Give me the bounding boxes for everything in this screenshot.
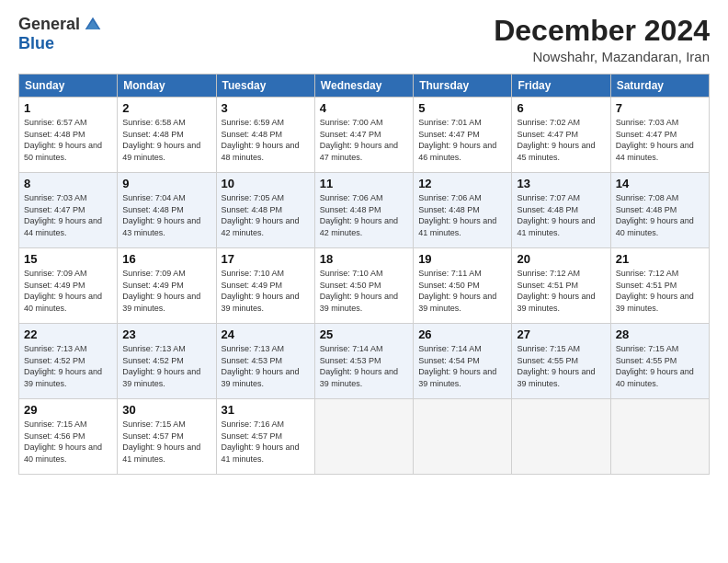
calendar-cell: 27Sunrise: 7:15 AMSunset: 4:55 PMDayligh… <box>512 324 610 399</box>
cell-info: Sunrise: 6:59 AMSunset: 4:48 PMDaylight:… <box>222 117 310 163</box>
calendar-cell: 21Sunrise: 7:12 AMSunset: 4:51 PMDayligh… <box>610 248 709 324</box>
calendar-cell: 9Sunrise: 7:04 AMSunset: 4:48 PMDaylight… <box>118 173 216 248</box>
calendar-cell: 7Sunrise: 7:03 AMSunset: 4:47 PMDaylight… <box>610 98 709 173</box>
day-number: 4 <box>320 101 408 115</box>
calendar-cell: 22Sunrise: 7:13 AMSunset: 4:52 PMDayligh… <box>19 324 118 399</box>
day-number: 15 <box>24 252 112 266</box>
calendar-cell: 6Sunrise: 7:02 AMSunset: 4:47 PMDaylight… <box>512 98 610 173</box>
day-number: 11 <box>320 177 408 190</box>
calendar-week-5: 29Sunrise: 7:15 AMSunset: 4:56 PMDayligh… <box>19 399 710 475</box>
cell-info: Sunrise: 7:10 AMSunset: 4:50 PMDaylight:… <box>320 268 408 314</box>
calendar-cell: 30Sunrise: 7:15 AMSunset: 4:57 PMDayligh… <box>118 399 216 475</box>
day-number: 8 <box>24 177 112 190</box>
cell-info: Sunrise: 7:13 AMSunset: 4:53 PMDaylight:… <box>222 343 310 389</box>
cell-info: Sunrise: 7:13 AMSunset: 4:52 PMDaylight:… <box>24 343 112 389</box>
day-number: 16 <box>122 252 210 266</box>
cell-info: Sunrise: 7:01 AMSunset: 4:47 PMDaylight:… <box>418 117 506 163</box>
cell-info: Sunrise: 6:57 AMSunset: 4:48 PMDaylight:… <box>24 117 112 163</box>
calendar-cell <box>314 399 413 475</box>
cell-info: Sunrise: 7:12 AMSunset: 4:51 PMDaylight:… <box>616 268 704 314</box>
day-number: 17 <box>222 252 310 266</box>
cell-info: Sunrise: 7:14 AMSunset: 4:54 PMDaylight:… <box>418 343 506 389</box>
cell-info: Sunrise: 7:05 AMSunset: 4:48 PMDaylight:… <box>222 192 310 238</box>
logo-icon <box>84 16 102 34</box>
page: General Blue December 2024 Nowshahr, Maz… <box>0 0 728 563</box>
cell-info: Sunrise: 7:15 AMSunset: 4:55 PMDaylight:… <box>517 343 605 389</box>
cell-info: Sunrise: 7:09 AMSunset: 4:49 PMDaylight:… <box>122 268 210 314</box>
calendar-cell: 24Sunrise: 7:13 AMSunset: 4:53 PMDayligh… <box>216 324 314 399</box>
calendar-cell: 19Sunrise: 7:11 AMSunset: 4:50 PMDayligh… <box>414 248 512 324</box>
calendar-cell: 4Sunrise: 7:00 AMSunset: 4:47 PMDaylight… <box>314 98 413 173</box>
day-number: 27 <box>517 327 605 341</box>
day-number: 24 <box>222 327 310 341</box>
weekday-header-saturday: Saturday <box>610 75 709 98</box>
calendar-cell: 23Sunrise: 7:13 AMSunset: 4:52 PMDayligh… <box>118 324 216 399</box>
calendar-cell: 20Sunrise: 7:12 AMSunset: 4:51 PMDayligh… <box>512 248 610 324</box>
calendar-cell: 16Sunrise: 7:09 AMSunset: 4:49 PMDayligh… <box>118 248 216 324</box>
day-number: 3 <box>222 101 310 115</box>
weekday-header-monday: Monday <box>118 75 216 98</box>
calendar-cell: 1Sunrise: 6:57 AMSunset: 4:48 PMDaylight… <box>19 98 118 173</box>
cell-info: Sunrise: 7:15 AMSunset: 4:56 PMDaylight:… <box>24 419 112 465</box>
cell-info: Sunrise: 7:04 AMSunset: 4:48 PMDaylight:… <box>122 192 210 238</box>
cell-info: Sunrise: 7:10 AMSunset: 4:49 PMDaylight:… <box>222 268 310 314</box>
calendar-cell: 3Sunrise: 6:59 AMSunset: 4:48 PMDaylight… <box>216 98 314 173</box>
logo-blue: Blue <box>18 34 54 53</box>
weekday-header-tuesday: Tuesday <box>216 75 314 98</box>
cell-info: Sunrise: 7:07 AMSunset: 4:48 PMDaylight:… <box>517 192 605 238</box>
cell-info: Sunrise: 7:09 AMSunset: 4:49 PMDaylight:… <box>24 268 112 314</box>
logo-general: General <box>18 15 80 34</box>
weekday-header-thursday: Thursday <box>414 75 512 98</box>
day-number: 13 <box>517 177 605 190</box>
day-number: 9 <box>122 177 210 190</box>
day-number: 26 <box>418 327 506 341</box>
day-number: 12 <box>418 177 506 190</box>
calendar-cell <box>512 399 610 475</box>
cell-info: Sunrise: 6:58 AMSunset: 4:48 PMDaylight:… <box>122 117 210 163</box>
calendar-cell: 11Sunrise: 7:06 AMSunset: 4:48 PMDayligh… <box>314 173 413 248</box>
cell-info: Sunrise: 7:16 AMSunset: 4:57 PMDaylight:… <box>222 419 310 465</box>
cell-info: Sunrise: 7:14 AMSunset: 4:53 PMDaylight:… <box>320 343 408 389</box>
day-number: 31 <box>222 403 310 417</box>
day-number: 19 <box>418 252 506 266</box>
calendar-cell: 14Sunrise: 7:08 AMSunset: 4:48 PMDayligh… <box>610 173 709 248</box>
calendar-week-2: 8Sunrise: 7:03 AMSunset: 4:47 PMDaylight… <box>19 173 710 248</box>
day-number: 10 <box>222 177 310 190</box>
cell-info: Sunrise: 7:02 AMSunset: 4:47 PMDaylight:… <box>517 117 605 163</box>
calendar-cell: 26Sunrise: 7:14 AMSunset: 4:54 PMDayligh… <box>414 324 512 399</box>
calendar-cell: 12Sunrise: 7:06 AMSunset: 4:48 PMDayligh… <box>414 173 512 248</box>
header: General Blue December 2024 Nowshahr, Maz… <box>18 15 710 64</box>
day-number: 1 <box>24 101 112 115</box>
day-number: 7 <box>616 101 704 115</box>
cell-info: Sunrise: 7:15 AMSunset: 4:55 PMDaylight:… <box>616 343 704 389</box>
calendar-cell: 2Sunrise: 6:58 AMSunset: 4:48 PMDaylight… <box>118 98 216 173</box>
day-number: 28 <box>616 327 704 341</box>
cell-info: Sunrise: 7:03 AMSunset: 4:47 PMDaylight:… <box>24 192 112 238</box>
day-number: 18 <box>320 252 408 266</box>
day-number: 2 <box>122 101 210 115</box>
logo: General Blue <box>18 15 102 53</box>
calendar-cell: 18Sunrise: 7:10 AMSunset: 4:50 PMDayligh… <box>314 248 413 324</box>
weekday-header-wednesday: Wednesday <box>314 75 413 98</box>
cell-info: Sunrise: 7:13 AMSunset: 4:52 PMDaylight:… <box>122 343 210 389</box>
cell-info: Sunrise: 7:08 AMSunset: 4:48 PMDaylight:… <box>616 192 704 238</box>
calendar-cell: 8Sunrise: 7:03 AMSunset: 4:47 PMDaylight… <box>19 173 118 248</box>
calendar-cell: 13Sunrise: 7:07 AMSunset: 4:48 PMDayligh… <box>512 173 610 248</box>
day-number: 23 <box>122 327 210 341</box>
cell-info: Sunrise: 7:03 AMSunset: 4:47 PMDaylight:… <box>616 117 704 163</box>
calendar-cell: 5Sunrise: 7:01 AMSunset: 4:47 PMDaylight… <box>414 98 512 173</box>
calendar-cell <box>610 399 709 475</box>
calendar-cell: 31Sunrise: 7:16 AMSunset: 4:57 PMDayligh… <box>216 399 314 475</box>
weekday-header-sunday: Sunday <box>19 75 118 98</box>
cell-info: Sunrise: 7:12 AMSunset: 4:51 PMDaylight:… <box>517 268 605 314</box>
cell-info: Sunrise: 7:11 AMSunset: 4:50 PMDaylight:… <box>418 268 506 314</box>
calendar-week-4: 22Sunrise: 7:13 AMSunset: 4:52 PMDayligh… <box>19 324 710 399</box>
calendar-cell: 25Sunrise: 7:14 AMSunset: 4:53 PMDayligh… <box>314 324 413 399</box>
calendar-week-3: 15Sunrise: 7:09 AMSunset: 4:49 PMDayligh… <box>19 248 710 324</box>
day-number: 6 <box>517 101 605 115</box>
calendar-week-1: 1Sunrise: 6:57 AMSunset: 4:48 PMDaylight… <box>19 98 710 173</box>
day-number: 30 <box>122 403 210 417</box>
day-number: 21 <box>616 252 704 266</box>
calendar-cell: 15Sunrise: 7:09 AMSunset: 4:49 PMDayligh… <box>19 248 118 324</box>
calendar-cell: 17Sunrise: 7:10 AMSunset: 4:49 PMDayligh… <box>216 248 314 324</box>
